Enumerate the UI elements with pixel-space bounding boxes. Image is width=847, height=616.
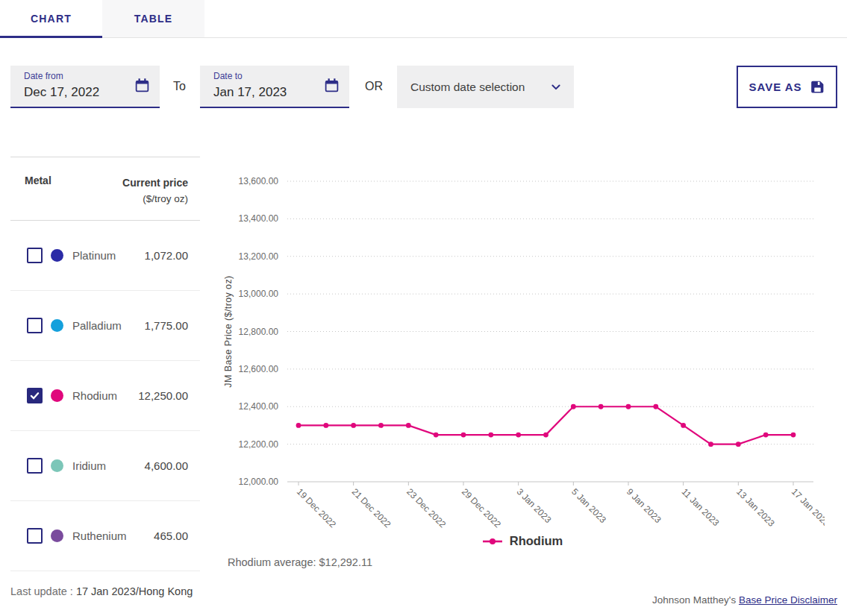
platinum-checkbox[interactable] (27, 248, 43, 263)
column-header-current-price: Current price ($/troy oz) (122, 175, 188, 207)
metal-price: 12,250.00 (138, 389, 188, 402)
metal-row-palladium: Palladium 1,775.00 (10, 291, 200, 361)
calendar-icon[interactable] (134, 78, 150, 93)
rhodium-color-dot (51, 389, 63, 402)
to-label: To (173, 80, 186, 93)
metal-name: Palladium (72, 319, 122, 332)
metal-row-platinum: Platinum 1,072.00 (10, 221, 200, 291)
date-from-label: Date from (24, 71, 63, 81)
metal-row-ruthenium: Ruthenium 465.00 (10, 501, 200, 571)
svg-text:17 Jan 2023: 17 Jan 2023 (790, 486, 825, 529)
svg-text:12,800.00: 12,800.00 (239, 327, 279, 337)
metal-row-rhodium: Rhodium 12,250.00 (10, 361, 200, 431)
metal-name: Ruthenium (72, 529, 127, 542)
tab-table-label: TABLE (134, 13, 173, 25)
metal-price: 465.00 (154, 529, 188, 542)
svg-text:13,400.00: 13,400.00 (239, 213, 279, 224)
legend-label: Rhodium (510, 534, 563, 548)
or-label: OR (365, 80, 383, 93)
svg-text:13,600.00: 13,600.00 (239, 176, 279, 186)
date-to-field[interactable]: Date to Jan 17, 2023 (200, 66, 349, 108)
metal-price: 4,600.00 (145, 459, 188, 472)
calendar-icon[interactable] (324, 78, 340, 93)
metal-row-iridium: Iridium 4,600.00 (10, 431, 200, 501)
metal-name: Iridium (72, 459, 106, 472)
save-as-button[interactable]: SAVE AS (737, 66, 837, 108)
svg-text:29 Dec 2022: 29 Dec 2022 (460, 486, 503, 529)
svg-text:19 Dec 2022: 19 Dec 2022 (295, 486, 338, 529)
svg-text:12,400.00: 12,400.00 (239, 401, 279, 412)
save-icon (810, 79, 825, 95)
svg-text:12,200.00: 12,200.00 (239, 439, 279, 450)
disclaimer-attribution: Johnson Matthey's Base Price Disclaimer (652, 594, 837, 606)
ruthenium-checkbox[interactable] (27, 528, 43, 544)
metal-prices-page: CHART TABLE Date from Dec 17, 2022 To Da… (0, 0, 847, 616)
svg-text:JM Base Price ($/troy oz): JM Base Price ($/troy oz) (223, 275, 234, 387)
custom-date-dropdown[interactable]: Custom date selection (397, 66, 574, 108)
svg-text:3 Jan 2023: 3 Jan 2023 (515, 486, 554, 525)
metals-table-header: Metal Current price ($/troy oz) (10, 157, 200, 221)
palladium-checkbox[interactable] (27, 318, 43, 333)
ruthenium-color-dot (51, 529, 63, 542)
metal-price: 1,072.00 (145, 249, 188, 262)
metal-name: Platinum (72, 249, 116, 262)
legend-marker-icon (482, 537, 503, 546)
platinum-color-dot (51, 249, 63, 262)
svg-text:23 Dec 2022: 23 Dec 2022 (404, 486, 448, 529)
date-to-label: Date to (213, 71, 243, 81)
date-from-field[interactable]: Date from Dec 17, 2022 (10, 66, 160, 108)
metal-price: 1,775.00 (145, 319, 188, 332)
svg-text:13 Jan 2023: 13 Jan 2023 (734, 486, 777, 529)
svg-text:12,600.00: 12,600.00 (239, 364, 279, 374)
metal-name: Rhodium (72, 389, 117, 402)
svg-text:5 Jan 2023: 5 Jan 2023 (569, 486, 608, 525)
last-update-text: Last update : 17 Jan 2023/Hong Kong (10, 585, 193, 597)
rhodium-checkbox[interactable] (27, 388, 43, 403)
chevron-down-icon (548, 80, 563, 95)
svg-text:11 Jan 2023: 11 Jan 2023 (680, 486, 722, 528)
svg-text:13,000.00: 13,000.00 (239, 289, 279, 299)
average-price-text: Rhodium average: $12,292.11 (228, 556, 372, 568)
tab-chart[interactable]: CHART (0, 0, 102, 37)
date-to-value: Jan 17, 2023 (213, 85, 287, 100)
svg-text:21 Dec 2022: 21 Dec 2022 (350, 486, 393, 529)
tab-table[interactable]: TABLE (102, 0, 204, 37)
iridium-color-dot (51, 459, 63, 472)
tab-bar: CHART TABLE (0, 0, 847, 38)
date-from-value: Dec 17, 2022 (24, 85, 99, 100)
palladium-color-dot (51, 319, 63, 332)
dropdown-selected-value: Custom date selection (410, 81, 525, 94)
svg-text:13,200.00: 13,200.00 (239, 251, 279, 262)
base-price-disclaimer-link[interactable]: Base Price Disclaimer (739, 594, 837, 606)
price-line-chart: 12,000.0012,200.0012,400.0012,600.0012,8… (220, 170, 825, 535)
chart-legend: Rhodium (220, 534, 825, 548)
save-as-label: SAVE AS (748, 81, 801, 93)
svg-text:9 Jan 2023: 9 Jan 2023 (625, 486, 663, 525)
iridium-checkbox[interactable] (27, 458, 43, 474)
tab-chart-label: CHART (31, 13, 72, 25)
svg-text:12,000.00: 12,000.00 (239, 477, 279, 487)
check-icon (28, 389, 41, 402)
metals-table: Metal Current price ($/troy oz) Platinum… (10, 157, 200, 571)
column-header-metal: Metal (25, 175, 51, 186)
